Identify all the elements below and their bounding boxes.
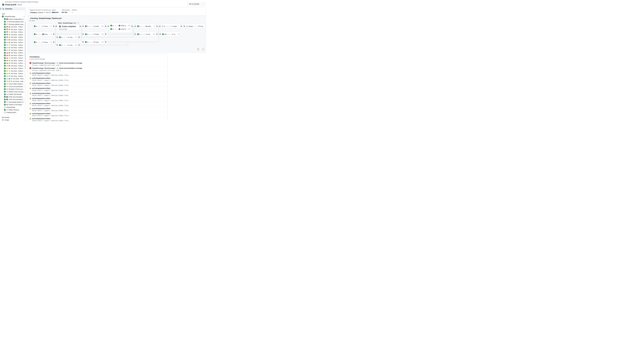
annotation-title[interactable]: pyTooling/upload-artifact xyxy=(32,92,50,94)
windows-icon xyxy=(6,42,8,43)
graph-node-ghPages[interactable]: S… / … /Publish to GH-P…7s xyxy=(136,24,156,29)
sidebar-job-item[interactable]: Publish Test Results xyxy=(0,93,26,96)
annotation-title[interactable]: Check documentation coverage xyxy=(59,62,82,64)
sidebar-job-item[interactable]: Artifact Cleanup xyxy=(0,109,26,111)
annotation-title[interactable]: pyTooling/upload-artifact xyxy=(32,113,50,114)
barchart-icon xyxy=(6,91,8,92)
sidebar-job-item[interactable]: Unit Tests - Python 3.9 xyxy=(0,52,26,54)
matrix-tab[interactable]: Matrix: SimplePackage / UnitTest… xyxy=(57,22,76,24)
annotations-header: Annotations 2 errors and 10 warnings xyxy=(28,54,167,60)
annotation-title[interactable]: pyTooling/upload-artifact xyxy=(32,82,50,84)
check-icon xyxy=(4,109,6,111)
annotation-title[interactable]: pyTooling/upload-artifact xyxy=(32,108,50,109)
annotation-row-error: SimplePackage / DocCoverage /Check docum… xyxy=(28,66,167,71)
eyes-icon xyxy=(68,37,69,38)
sidebar-job-item[interactable]: Publish to GH-Pages xyxy=(0,104,26,106)
sidebar-job-item[interactable]: Unit Tests - Python 3.11 xyxy=(0,31,26,34)
sidebar-item-summary[interactable]: Summary xyxy=(1,7,25,10)
sidebar-job-item[interactable]: Unit Tests - Python 3.10 xyxy=(0,67,26,70)
chevron-up-icon[interactable] xyxy=(23,16,25,17)
sidebar-job-item[interactable]: Unit Tests - Python 3.10 xyxy=(0,28,26,31)
sidebar-job-item[interactable]: Extract configurations from p… xyxy=(0,18,26,20)
graph-node-package[interactable]: S… / … /Package in Sou…18s xyxy=(84,40,105,45)
sidebar-job-item[interactable]: Unit Tests - Python 3.12 xyxy=(0,80,26,83)
annotation-title[interactable]: pyTooling/upload-artifact xyxy=(32,87,50,89)
annotation-title[interactable]: pyTooling/upload-artifact xyxy=(32,98,50,99)
sidebar-job-item[interactable]: Unit Tests - Python 3.9 xyxy=(0,38,26,41)
breadcrumb-label[interactable]: Verification of Pipeline Templates (Simp… xyxy=(5,1,38,3)
dot-green-icon xyxy=(9,36,10,38)
sidebar-job-item[interactable]: Unit Tests - Python 3.11 xyxy=(0,57,26,59)
zoom-in-button[interactable]: + xyxy=(202,48,204,51)
sidebar-job-item[interactable]: Unit Tests - Python 3.11 xyxy=(0,70,26,72)
node-duration: 18s xyxy=(101,41,104,43)
check-icon xyxy=(162,33,164,35)
sidebar-job-item[interactable]: ReleasePage xyxy=(0,106,26,109)
rerun-all-jobs-button[interactable]: Re-run all jobs xyxy=(188,2,201,6)
graph-node-createRelease[interactable]: S… / … /Create 'Release Pa… xyxy=(161,24,180,29)
graph-node-checkStatic[interactable]: S… / … /Check Static Ty…17s xyxy=(58,35,78,40)
avatar[interactable] xyxy=(29,11,30,13)
graph-node-checkDoc[interactable]: S… / … /Check docume…18s xyxy=(58,43,78,48)
warning-icon xyxy=(30,103,31,104)
sidebar-job-item[interactable]: LaTeX Documentation using … xyxy=(0,98,26,101)
commit-sha[interactable]: d0f07e1 xyxy=(46,12,51,13)
breadcrumb[interactable]: ← Verification of Pipeline Templates (Si… xyxy=(2,1,205,3)
sidebar-job-item[interactable]: Publish Code Coverage Results xyxy=(0,90,26,93)
sidebar-job-item[interactable]: Unit Tests - Python 3.12 xyxy=(0,77,26,80)
annotation-title[interactable]: pyTooling/upload-artifact xyxy=(32,118,50,119)
graph-node-publishPyPI[interactable]: Simple… / … /Publish to PyPI xyxy=(185,24,206,29)
sidebar-job-item[interactable]: Unit Tests - Python 3.9 xyxy=(0,65,26,67)
sidebar-job-item[interactable]: Unit Tests - Python 3.12 xyxy=(0,33,26,36)
sidebar-job-item[interactable]: HTML Documentation using … xyxy=(0,96,26,98)
sidebar-job-item[interactable]: Unit Tests - Python 3.12 xyxy=(0,46,26,49)
sidebar-job-item[interactable]: Unit Tests - Python 3.13 xyxy=(0,75,26,77)
actor-name[interactable]: Paebbels xyxy=(30,12,37,13)
sidebar-job-item[interactable]: Unit Tests - Python 3.12 xyxy=(0,59,26,62)
job-group-simplepackage[interactable]: SimplePackage xyxy=(0,15,26,18)
sidebar-job-item[interactable]: Unit Tests - Python 3.12 xyxy=(0,72,26,75)
sidebar-job-item[interactable]: Unit Tests - Python 3.10 xyxy=(0,54,26,57)
graph-node-pubTest[interactable]: S… / … /Publish Test Re…13s xyxy=(84,32,105,37)
annotation-title[interactable]: Check documentation coverage xyxy=(59,67,82,69)
matrix-node[interactable]: 22 jobs completedShow all jobs xyxy=(57,24,79,31)
actions-run-page: ← Verification of Pipeline Templates (Si… xyxy=(0,0,207,121)
sidebar-job-item[interactable]: Check Static Typing using Pyt… xyxy=(0,83,26,85)
graph-node-gen1[interactable]: S… / … /Generate pipelin…0s xyxy=(33,24,53,29)
sidebar-item-workflow-file[interactable]: Workflow file xyxy=(0,121,26,121)
apple-red-icon xyxy=(6,60,8,61)
sidebar-job-item[interactable]: Unit Tests - Python 3.13 xyxy=(0,62,26,65)
sidebar-job-item[interactable]: Package in Source and Wheel… xyxy=(0,88,26,90)
graph-node-artifactCleanup[interactable]: Sim… / … /Artifact Cleanup4s xyxy=(161,32,180,37)
doc-group-row[interactable]: S… / … /LaTeX Docume…51s xyxy=(110,28,130,30)
sidebar-job-item[interactable]: Unit Tests - Python 3.9 xyxy=(0,26,26,28)
dot-orange-icon xyxy=(9,29,10,30)
sidebar-scrollbar-thumb[interactable] xyxy=(25,22,26,69)
graph-node-intermediate[interactable]: S… / … /Intermediate A…16s xyxy=(136,32,156,37)
job-label: Unit Tests - Python 3.13 xyxy=(11,62,25,64)
zoom-out-button[interactable]: − xyxy=(199,48,202,51)
sidebar-job-item[interactable]: Intermediate Artifact Cleanup xyxy=(0,101,26,104)
annotation-row-warning: pyTooling/upload-artifactmacOS doesn't s… xyxy=(28,81,167,87)
sidebar-job-item[interactable]: Generate pipeline parameters xyxy=(0,20,26,23)
sidebar-job-item[interactable]: Unit Tests - Python 3.11 xyxy=(0,44,26,46)
sidebar-job-item[interactable]: Generate pipeline parameters xyxy=(0,23,26,26)
sidebar-job-item[interactable]: Unit Tests - Python 3.13 xyxy=(0,36,26,39)
annotation-title[interactable]: pyTooling/upload-artifact xyxy=(32,77,50,79)
kebab-menu-button[interactable]: ··· xyxy=(202,2,206,6)
sidebar-job-item[interactable]: PublishOnPyPI xyxy=(0,111,26,114)
sidebar-item-usage[interactable]: Usage xyxy=(0,119,26,121)
annotation-prefix: SimplePackage / DocCoverage / xyxy=(32,62,55,64)
sidebar-job-item[interactable]: Unit Tests - Python 3.10 xyxy=(0,41,26,44)
check-icon xyxy=(4,42,6,43)
annotation-title[interactable]: pyTooling/upload-artifact xyxy=(32,72,50,74)
sidebar-job-item[interactable]: Unit Tests - Python 3.13 xyxy=(0,49,26,52)
graph-node-extract[interactable]: S… / … /Extract configur…4s xyxy=(33,32,53,37)
graph-node-gen2[interactable]: S… / … /Generate pipelin…0s xyxy=(33,40,53,45)
back-arrow-icon[interactable]: ← xyxy=(2,1,4,3)
show-all-jobs-link[interactable]: Show all jobs xyxy=(59,28,67,30)
graph-node-pubCov[interactable]: S… / … /Publish Code C…20s xyxy=(84,24,105,29)
annotation-title[interactable]: pyTooling/upload-artifact xyxy=(32,103,50,104)
doc-group-row[interactable]: S… / … /HTML Docume…55s xyxy=(110,25,130,26)
sidebar-job-item[interactable]: Check documentation covera… xyxy=(0,85,26,88)
